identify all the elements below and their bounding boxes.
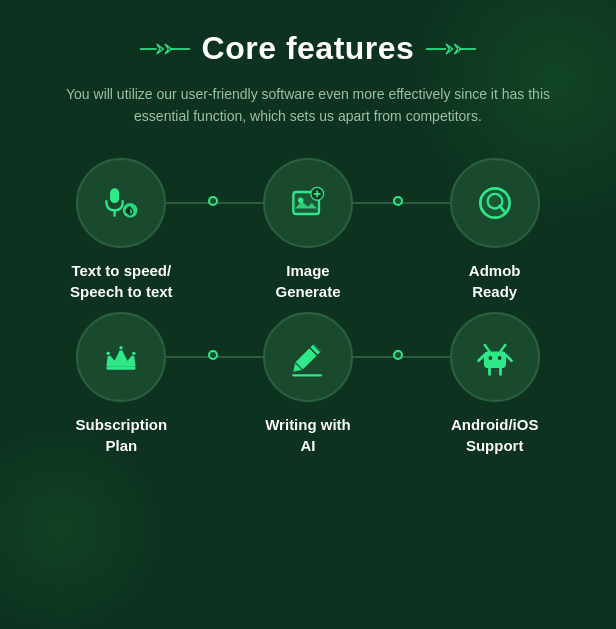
header: Core features xyxy=(140,30,477,67)
admob-icon-circle xyxy=(450,158,540,248)
svg-point-22 xyxy=(119,345,124,350)
row2-labels: SubscriptionPlan Writing withAI Android/… xyxy=(28,414,588,456)
right-ornament-icon xyxy=(426,37,476,61)
admob-label: AdmobReady xyxy=(469,262,521,300)
svg-point-31 xyxy=(503,343,506,346)
svg-rect-8 xyxy=(110,188,119,203)
feature-admob xyxy=(401,158,588,248)
feature-image-generate xyxy=(215,158,402,248)
page: Core features You will utilize our user-… xyxy=(0,0,616,629)
crown-icon xyxy=(99,335,143,379)
writing-icon-circle xyxy=(263,312,353,402)
features-row-1: Text to speed/Speech to text ImageGenera… xyxy=(28,158,588,302)
row1-icons xyxy=(28,158,588,248)
connector-dot-2 xyxy=(393,196,403,206)
label-admob: AdmobReady xyxy=(401,260,588,302)
speech-label: Text to speed/Speech to text xyxy=(70,262,173,300)
label-subscription: SubscriptionPlan xyxy=(28,414,215,456)
image-label: ImageGenerate xyxy=(275,262,340,300)
label-writing: Writing withAI xyxy=(215,414,402,456)
left-ornament-icon xyxy=(140,37,190,61)
feature-subscription xyxy=(28,312,215,402)
android-icon-circle xyxy=(450,312,540,402)
feature-speech-to-text xyxy=(28,158,215,248)
label-speech: Text to speed/Speech to text xyxy=(28,260,215,302)
connector-dot-3 xyxy=(208,350,218,360)
svg-point-27 xyxy=(497,356,501,360)
label-image: ImageGenerate xyxy=(215,260,402,302)
connector-dot-1 xyxy=(208,196,218,206)
svg-line-34 xyxy=(478,355,484,361)
svg-line-35 xyxy=(506,355,512,361)
subscription-label: SubscriptionPlan xyxy=(76,416,168,454)
row2-icons xyxy=(28,312,588,402)
svg-point-20 xyxy=(106,351,111,356)
svg-point-21 xyxy=(132,351,137,356)
android-ios-icon xyxy=(473,335,517,379)
speech-icon-circle xyxy=(76,158,166,248)
svg-rect-25 xyxy=(484,351,506,368)
admob-icon xyxy=(473,181,517,225)
feature-android-ios xyxy=(401,312,588,402)
row1-labels: Text to speed/Speech to text ImageGenera… xyxy=(28,260,588,302)
subscription-icon-circle xyxy=(76,312,166,402)
subtitle-text: You will utilize our user-friendly softw… xyxy=(48,83,568,128)
svg-point-26 xyxy=(488,356,492,360)
page-title: Core features xyxy=(202,30,415,67)
svg-marker-1 xyxy=(156,44,163,54)
writing-ai-icon xyxy=(286,335,330,379)
image-icon-circle xyxy=(263,158,353,248)
writing-label: Writing withAI xyxy=(265,416,351,454)
feature-writing-ai xyxy=(215,312,402,402)
android-ios-label: Android/iOSSupport xyxy=(451,416,539,454)
svg-point-30 xyxy=(483,343,486,346)
features-row-2: SubscriptionPlan Writing withAI Android/… xyxy=(28,312,588,456)
label-android-ios: Android/iOSSupport xyxy=(401,414,588,456)
microphone-speaker-icon xyxy=(99,181,143,225)
svg-marker-5 xyxy=(446,44,453,54)
image-generate-icon xyxy=(286,181,330,225)
svg-rect-19 xyxy=(107,366,136,370)
connector-dot-4 xyxy=(393,350,403,360)
